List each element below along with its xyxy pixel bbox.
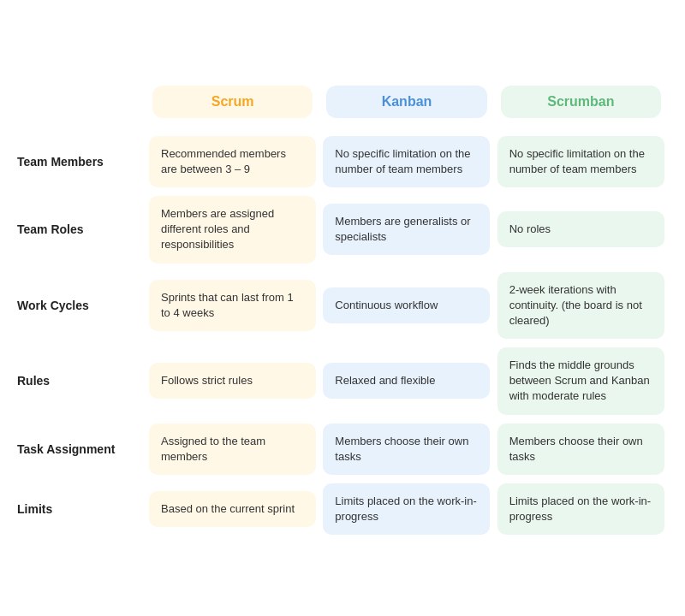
cell-scrum-2: Sprints that can last from 1 to 4 weeks bbox=[146, 268, 319, 344]
cell-kanban-0: No specific limitation on the number of … bbox=[319, 132, 493, 192]
cell-content-kanban-1: Members are generalists or specialists bbox=[323, 204, 490, 255]
cell-content-scrumban-3: Finds the middle grounds between Scrum a… bbox=[497, 347, 664, 415]
cell-scrum-0: Recommended members are between 3 – 9 bbox=[146, 132, 319, 192]
table-row: Task AssignmentAssigned to the team memb… bbox=[17, 419, 668, 479]
cell-content-kanban-0: No specific limitation on the number of … bbox=[323, 136, 490, 187]
row-label: Team Roles bbox=[17, 192, 146, 268]
comparison-table: Scrum Kanban Scrumban Team MembersRecomm… bbox=[17, 77, 668, 540]
row-label: Work Cycles bbox=[17, 268, 146, 344]
cell-scrumban-5: Limits placed on the work-in-progress bbox=[494, 479, 668, 539]
table-row: LimitsBased on the current sprintLimits … bbox=[17, 479, 668, 539]
cell-content-scrumban-5: Limits placed on the work-in-progress bbox=[497, 483, 664, 535]
cell-scrum-5: Based on the current sprint bbox=[146, 479, 319, 539]
cell-content-scrumban-0: No specific limitation on the number of … bbox=[497, 136, 664, 187]
cell-scrumban-1: No roles bbox=[494, 192, 668, 268]
cell-scrumban-3: Finds the middle grounds between Scrum a… bbox=[494, 343, 668, 419]
row-label: Rules bbox=[17, 343, 146, 419]
cell-scrumban-2: 2-week iterations with continuity. (the … bbox=[494, 268, 668, 344]
cell-scrum-1: Members are assigned different roles and… bbox=[146, 192, 319, 268]
cell-scrumban-0: No specific limitation on the number of … bbox=[494, 132, 668, 192]
cell-content-kanban-4: Members choose their own tasks bbox=[323, 424, 490, 475]
cell-scrum-4: Assigned to the team members bbox=[146, 419, 319, 479]
row-label: Limits bbox=[17, 479, 146, 539]
cell-content-scrumban-2: 2-week iterations with continuity. (the … bbox=[497, 272, 664, 340]
row-label: Task Assignment bbox=[17, 419, 146, 479]
cell-content-scrum-2: Sprints that can last from 1 to 4 weeks bbox=[149, 280, 316, 331]
scrumban-header: Scrumban bbox=[494, 77, 668, 132]
cell-scrumban-4: Members choose their own tasks bbox=[494, 419, 668, 479]
cell-kanban-4: Members choose their own tasks bbox=[319, 419, 493, 479]
cell-content-scrum-4: Assigned to the team members bbox=[149, 424, 316, 475]
cell-content-kanban-2: Continuous workflow bbox=[323, 287, 490, 323]
cell-content-kanban-5: Limits placed on the work-in-progress bbox=[323, 483, 490, 535]
cell-content-scrumban-1: No roles bbox=[497, 211, 664, 247]
table-row: Work CyclesSprints that can last from 1 … bbox=[17, 268, 668, 344]
cell-content-kanban-3: Relaxed and flexible bbox=[323, 363, 490, 399]
scrum-header: Scrum bbox=[146, 77, 319, 132]
cell-kanban-2: Continuous workflow bbox=[319, 268, 493, 344]
table-row: Team RolesMembers are assigned different… bbox=[17, 192, 668, 268]
row-label: Team Members bbox=[17, 132, 146, 192]
cell-scrum-3: Follows strict rules bbox=[146, 343, 319, 419]
cell-content-scrum-5: Based on the current sprint bbox=[149, 491, 316, 527]
cell-kanban-1: Members are generalists or specialists bbox=[319, 192, 493, 268]
table-row: RulesFollows strict rulesRelaxed and fle… bbox=[17, 343, 668, 419]
cell-content-scrum-0: Recommended members are between 3 – 9 bbox=[149, 136, 316, 187]
cell-content-scrum-3: Follows strict rules bbox=[149, 363, 316, 399]
cell-content-scrumban-4: Members choose their own tasks bbox=[497, 424, 664, 475]
table-row: Team MembersRecommended members are betw… bbox=[17, 132, 668, 192]
kanban-header: Kanban bbox=[319, 77, 493, 132]
cell-content-scrum-1: Members are assigned different roles and… bbox=[149, 196, 316, 264]
cell-kanban-5: Limits placed on the work-in-progress bbox=[319, 479, 493, 539]
corner-header bbox=[17, 77, 146, 132]
cell-kanban-3: Relaxed and flexible bbox=[319, 343, 493, 419]
